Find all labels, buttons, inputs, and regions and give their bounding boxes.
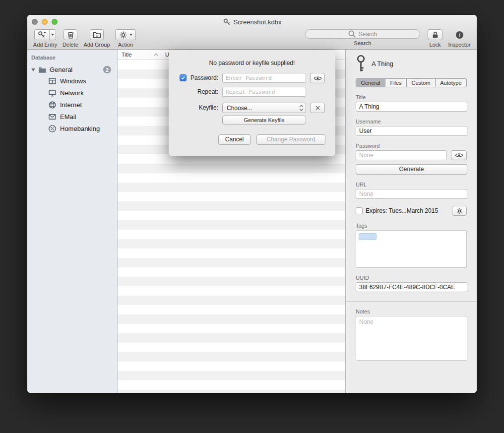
- entry-count-badge: 2: [103, 66, 111, 73]
- column-title-label: Title: [122, 52, 131, 58]
- entry-title: A Thing: [372, 60, 393, 67]
- action-label: Action: [118, 42, 133, 48]
- sheet-message: No password or keyfile supplied!: [169, 60, 335, 66]
- uuid-field-label: UUID: [356, 275, 467, 281]
- sidebar-item-general[interactable]: General 2: [27, 64, 117, 75]
- sidebar-item-label: Network: [60, 89, 84, 97]
- keyfile-popup-value: Choose...: [227, 105, 252, 112]
- column-header-title[interactable]: Title: [118, 50, 161, 60]
- add-entry-label: Add Entry: [33, 42, 57, 48]
- cancel-button[interactable]: Cancel: [218, 134, 251, 145]
- lock-icon: [431, 31, 440, 39]
- window-title-text: Screenshot.kdbx: [234, 18, 282, 26]
- app-window: Screenshot.kdbx Add Entry Delete: [27, 15, 477, 393]
- info-circle-icon: i: [455, 31, 464, 39]
- disclosure-triangle-icon[interactable]: [31, 68, 35, 71]
- tab-files[interactable]: Files: [385, 79, 407, 87]
- generate-password-button[interactable]: Generate: [356, 164, 467, 175]
- window-icon: [48, 77, 57, 85]
- inspector-header: A Thing: [356, 55, 467, 72]
- window-chrome: Screenshot.kdbx Add Entry Delete: [27, 15, 477, 50]
- eye-icon: [455, 153, 463, 158]
- generate-keyfile-button[interactable]: Generate Keyfile: [222, 116, 306, 124]
- title-field-label: Title: [356, 94, 467, 100]
- username-field[interactable]: [356, 126, 467, 136]
- search-tool: Search Search: [304, 29, 421, 46]
- sidebar-item-homebanking[interactable]: Homebanking: [27, 123, 117, 134]
- keyfile-label: Keyfile:: [184, 103, 218, 113]
- expires-row: Expires: Tues...March 2015: [356, 206, 467, 216]
- eye-icon: [314, 76, 322, 81]
- repeat-input[interactable]: [222, 87, 306, 97]
- toolbar: Add Entry Delete Add Group Action: [27, 28, 477, 50]
- add-entry-button[interactable]: Add Entry: [32, 29, 58, 48]
- password-label: Password:: [184, 73, 218, 83]
- sidebar-item-network[interactable]: Network: [27, 87, 117, 99]
- sidebar-item-label: Internet: [60, 101, 82, 109]
- keyfile-popup[interactable]: Choose...: [222, 103, 306, 113]
- lock-label: Lock: [429, 42, 441, 48]
- monitor-icon: [48, 89, 57, 97]
- search-input[interactable]: Search: [305, 29, 420, 39]
- url-field-label: URL: [356, 182, 467, 187]
- inspector-button[interactable]: i Inspector: [445, 29, 473, 48]
- password-row: Password:: [169, 73, 335, 84]
- notes-field[interactable]: [356, 316, 467, 361]
- tab-general[interactable]: General: [356, 79, 385, 87]
- inspector-label: Inspector: [448, 42, 470, 48]
- sidebar-item-windows[interactable]: Windows: [27, 75, 117, 87]
- globe-icon: [48, 101, 57, 109]
- change-password-button[interactable]: Change Password: [256, 134, 325, 145]
- key-icon: [356, 55, 366, 72]
- add-entry-dropdown[interactable]: [49, 30, 56, 40]
- tags-field-label: Tags: [356, 223, 467, 229]
- change-password-sheet: No password or keyfile supplied! Passwor…: [169, 50, 335, 156]
- sidebar: Database General 2 Windows Network Inter…: [27, 50, 118, 393]
- search-label: Search: [354, 40, 372, 46]
- reveal-password-button[interactable]: [451, 150, 467, 160]
- notes-field-label: Notes: [356, 309, 467, 314]
- percent-coin-icon: [48, 124, 57, 133]
- gear-icon: [456, 208, 463, 214]
- password-input[interactable]: [222, 73, 306, 83]
- trash-icon: [66, 31, 75, 39]
- tab-custom[interactable]: Custom: [407, 79, 436, 87]
- password-field[interactable]: [356, 150, 447, 160]
- expires-checkbox[interactable]: [356, 207, 363, 214]
- key-plus-icon: [38, 31, 46, 39]
- search-icon: [348, 30, 356, 38]
- sidebar-item-label: General: [50, 66, 72, 73]
- sidebar-header: Database: [27, 53, 117, 62]
- document-key-icon: [223, 18, 231, 26]
- delete-button[interactable]: Delete: [60, 29, 81, 48]
- uuid-field[interactable]: [356, 282, 467, 292]
- url-field[interactable]: [356, 189, 467, 199]
- window-title: Screenshot.kdbx: [27, 18, 477, 26]
- svg-text:i: i: [459, 32, 460, 38]
- add-group-button[interactable]: Add Group: [82, 29, 112, 48]
- tab-autotype[interactable]: Autotype: [436, 79, 466, 87]
- envelope-icon: [48, 113, 57, 121]
- tags-field[interactable]: [356, 230, 467, 268]
- expires-settings-button[interactable]: [452, 206, 467, 216]
- action-button[interactable]: Action: [115, 29, 136, 48]
- clear-keyfile-button[interactable]: [310, 103, 325, 113]
- repeat-label: Repeat:: [184, 87, 218, 97]
- sort-ascending-icon: [154, 53, 158, 56]
- repeat-row: Repeat:: [169, 87, 335, 98]
- chevron-down-icon: [129, 34, 132, 36]
- delete-label: Delete: [63, 42, 78, 48]
- inspector-tabs: General Files Custom Autotype: [356, 78, 467, 87]
- tag-chip: [359, 233, 377, 240]
- sidebar-item-internet[interactable]: Internet: [27, 99, 117, 111]
- column-header-username[interactable]: U: [161, 52, 169, 58]
- inspector-divider: [346, 301, 477, 302]
- sidebar-item-email[interactable]: EMail: [27, 111, 117, 123]
- chevron-down-icon: [51, 34, 54, 36]
- folder-icon: [38, 65, 47, 74]
- lock-button[interactable]: Lock: [426, 29, 444, 48]
- title-field[interactable]: [356, 102, 467, 112]
- reveal-password-button[interactable]: [310, 73, 325, 83]
- sidebar-item-label: Homebanking: [60, 125, 100, 132]
- add-group-label: Add Group: [83, 42, 110, 48]
